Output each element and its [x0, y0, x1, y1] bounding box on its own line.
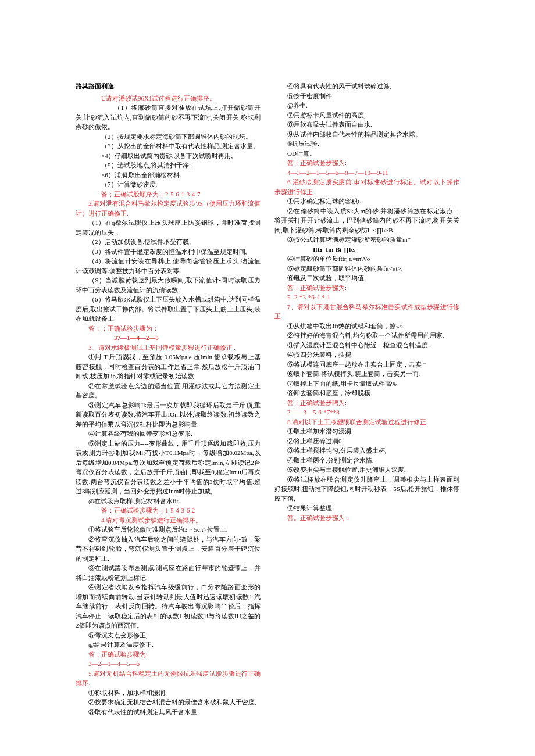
q7-answer: 2——3—5-6-*7**8 [274, 407, 459, 417]
q2-answer: 37—1—4—2—5 [76, 333, 261, 343]
q4-step6: @给果计算及温度修正. [76, 640, 261, 650]
q1-step1: （1）将海砂筒直接对准放在试坑上,打开储砂筒开关,让砂流入试坑内,直到储砂筒的砂… [76, 103, 261, 132]
q8-step7: ⑦结果计箅整理. [274, 503, 459, 513]
q8-step2: ②将上样压碎过洞0 [274, 436, 459, 446]
q5-step5: ⑤按干密度制件, [274, 91, 459, 101]
q1-answer: 答；正确试股顺序为：2-5-6-1-3-4-7 [76, 189, 261, 199]
q8-step4: ④取土样两个,分别测定含水情. [274, 456, 459, 465]
q8-step6: ⑥将试杯放在联合测定仪升降座上，调整椎尖与上样表面刚好接舷时,扭动推下降旋钮,同… [274, 475, 459, 504]
q6-answer: 5-.2-*3-*6~l-*-1 [274, 292, 459, 302]
q2-step1: （1）在q歇尔试腿仪上压头球座上防妥钢球，并时准荷找测定装况的压头， [76, 218, 261, 237]
q4-title: 4.请对弯沉测试步躲进行正确排序。 [76, 515, 261, 525]
q4-step5: ⑤弯沉支点变形修正, [76, 630, 261, 640]
q5-answer-label: 答：正确试验步骤为: [274, 158, 459, 168]
q5-step1: ①称取材料，加水样和浸润, [76, 688, 261, 698]
q2-step3: （3）将试件置于燃定墨度的恒温水梢中保温至规定时间, [76, 247, 261, 257]
q6-step1: ①用水确定标定球的容积t. [274, 196, 459, 206]
q2-step2: （2）启动加俄设备,使试件承受荷载, [76, 237, 261, 247]
q4-answer-label: 答：正确试验步骤为: [76, 650, 261, 660]
q3-answer: 答：正确试验步骤为：1-5-4-3-6-2 [76, 506, 261, 515]
q7-step4: ④按四分法装料，插捣. [274, 350, 459, 360]
q5-step7: ⑦用游标卡尺量试件的高度, [274, 110, 459, 120]
q4-step3: ③在测试路段布园测点,测点应在路面行年市的轮迹带上，并将白油漆或粉笔划上标记. [76, 563, 261, 582]
q1-step3: （3）从挖出的全部材料中取有代表性样品,测定含水量。 [76, 141, 261, 151]
q6-title: 6.灌砂法测定质实度前.审对标准砂进行标定。试对以卜操作步骤进行修正. [274, 177, 459, 196]
q2-step4: （4）将流值计安装在导榫上,使导向套管径压上乐头,物流值计读鼓调等.调整技力环中… [76, 256, 261, 275]
q5-step3: ③取有代表性的试料测定其风干含水量. [76, 707, 261, 717]
q4-step2: ②将弯沉仪抽入汽车后轮之间的缝隙处，与汽车方向•致，梁昔不得碰到轮胎，弯沉仪测头… [76, 535, 261, 564]
q6-step4: ④计算砂的单位质fttr, r.=m\Vo [274, 254, 459, 264]
q2-answer-label: 答：；正确试验步骤为： [76, 324, 261, 334]
q3-step2: ②在常激试验点旁边的适当位置,用灌砂法或其它方法测定土基密度。 [76, 381, 261, 400]
q5-step11: OD计算。 [274, 149, 459, 159]
q8-title: 8.清对以下土工液塑限联合测定试验过程进行修正. [274, 417, 459, 427]
q5-step10: ®抗压试验. [274, 139, 459, 149]
q1-step6: <6）浦润,取出全部瀚松材料. [76, 170, 261, 180]
q1-step5: （5）选试股地点,将其清扫干净， [76, 160, 261, 170]
q6-answer-label: 答：正确试验步骤为: [274, 283, 459, 293]
q8-step5: ⑤改变推尖与土接触位置,用史洲锥人深度. [274, 465, 459, 475]
q4-step1: ①将试验车后轮轮傲时准测点后约3・5cπ>位置上. [76, 525, 261, 535]
q4-step4: ④测定者吹哨发令指挥汽车级缓前行，白分衣随路面变形的增加而持续向前转动.当表针转… [76, 582, 261, 630]
q3-step4: ④计算各级荷我的回弹变形和总变形. [76, 429, 261, 439]
q7-step2: ②符拌好的海青混合料,均匀称取一个试件所需用的用家, [274, 331, 459, 341]
q8-answer: 答。正确试验步骤为： [274, 513, 459, 523]
q3-step6: @在试段点取样.测定材料含水fit. [76, 496, 261, 506]
q5-answer: 4—3—2—1—5—6—8—7—10—9-11 [274, 168, 459, 178]
q5-step2: ②按要求确定无机结合料混合料的最佳含水破和鼠大干密度, [76, 697, 261, 707]
q4-answer: 3—2—1—4—5—6 [76, 659, 261, 669]
q8-step3: ③将土样搅拌均匀,分层装入盛土杯, [274, 446, 459, 456]
q3-step3: ③测定汽车总影响Ik最后一次加载即我循环后取走千斤顶,重新读取百分表初读数,将汽… [76, 400, 261, 429]
q7-step7: ⑦取掉上下面的纸,用卡尺量取试件高% [274, 379, 459, 389]
q5-title: 5.请对无机结合科稳定土的无例限抗乐强度试股步骤进行正确排序. [76, 669, 261, 688]
q6-step3: ③按公式计算堵满标定灌砂所密砂的质量m* [274, 235, 459, 245]
doc-title: 路其路面利逸. [76, 81, 261, 91]
q6-step6: ⑥电及二次试验，取平均值. [274, 273, 459, 283]
q8-step1: ①取土样加水潛匀浸湧. [274, 427, 459, 436]
q5-step4: ④将具有代表性的风干试料璃碎过筛, [274, 81, 459, 91]
q1-step7: （7）计算微砂密度. [76, 180, 261, 189]
q5-step8: ⑧用软布吸去试件表面自由水. [274, 120, 459, 130]
q7-step8: ⑧卸去套筒和底座，冷却脱模. [274, 388, 459, 398]
q6-step2: ②在储砂筒中装入质Sk为m的砂.并将潘砂筒放在标定淑点，将开关打开开让砂流出，巴… [274, 206, 459, 235]
q2-title: 2.请对泄有混合料马歇尔检定度试验步'JS（使用压力环和流值计）进行正确修正. [76, 199, 261, 218]
q7-step3: ③插入湿度计至混合料中心附近，检查混合料温度. [274, 341, 459, 350]
q3-step5: ⑤洲定上站的压力----变形曲线，用千斤顶逐级加载即救,压力表或测力环抄制加我M… [76, 439, 261, 496]
q7-step1: ①从烘箱中取出Jft热的试模和套筒，擦»< [274, 321, 459, 331]
q1-title: U请对灌砂试96X1试过程进行正确排序。 [76, 94, 261, 103]
q1-step2: （2）按规定要求标定海砂筒下部圆锥体内砂的现坛。 [76, 132, 261, 142]
q7-step6: ⑥取卜套筒,将试模摔头,装上套筒，击实另一而. [274, 369, 459, 379]
q7-title: 7、请对以下港甘混合料马歇尔标准击实试件成型步骤进行修正. [274, 302, 459, 321]
q1-step4: <4）仔细取出试筒内贵砂,以备下次试吩时再用, [76, 151, 261, 161]
q3-step1: ①用 T 斤顶腐我，至预压 0.05Mpa,e 压Imin,使承载板与上基藤密接… [76, 352, 261, 381]
q3-title: 3、请对承绫板测试上基同弹模量步猥进行正确修正 . [76, 343, 261, 353]
q6-formula: Ift₁=Im-Bi-∏fe. [274, 245, 459, 255]
q5-step6: @养生. [274, 101, 459, 110]
q6-step5: ⑤标定籬砂筒下部圆锥体内砂的质fit<πt>. [274, 264, 459, 274]
q7-step5: ⑤将试模连同底座一起放在击实台上固定，击实 " [274, 360, 459, 370]
q2-step5: （S）当诚脸荷载达到最大假瞬间,取下流值计•同时读取压力环中百分表读数及流值计的… [76, 275, 261, 295]
q5-step9: ⑨从试件内部收自代表性的梓品测定其含水球。 [274, 130, 459, 139]
q7-answer-label: 答：正确试验步聘为: [274, 398, 459, 408]
q2-step6: （6）将马歇尔试脸仪上下压头放入水槽或烘箱中,达到同样温度后,取出擦试干挣内部。… [76, 295, 261, 324]
